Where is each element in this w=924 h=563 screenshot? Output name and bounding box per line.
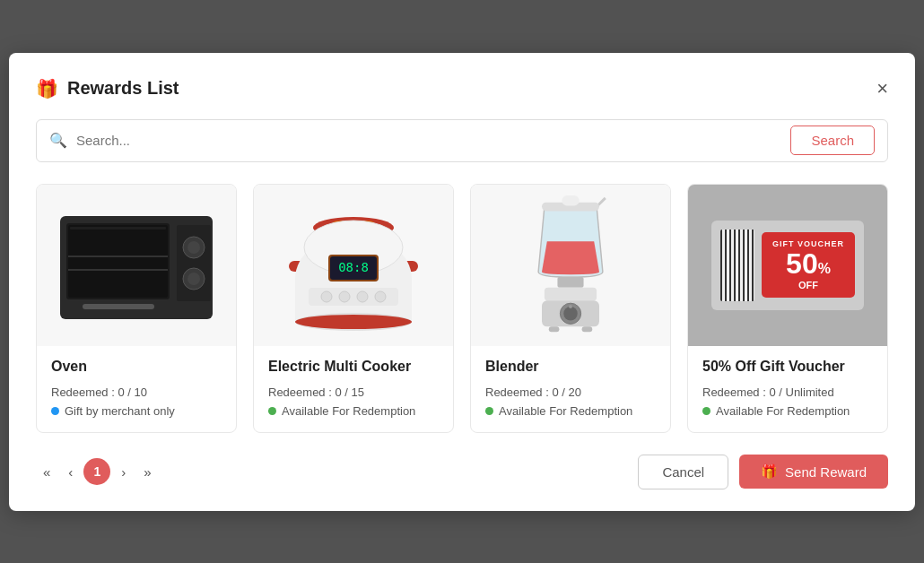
card-blender-redeemed: Redeemed : 0 / 20 <box>485 385 656 399</box>
modal-title: 🎁 Rewards List <box>36 78 179 100</box>
page-prev-button[interactable]: ‹ <box>61 461 80 483</box>
svg-rect-5 <box>83 304 154 309</box>
svg-rect-33 <box>545 287 597 300</box>
card-voucher-status: Available For Redemption <box>702 404 873 418</box>
cards-grid: Oven Redeemed : 0 / 10 Gift by merchant … <box>36 184 888 433</box>
modal-header: 🎁 Rewards List × <box>36 78 888 100</box>
search-button[interactable]: Search <box>790 126 875 155</box>
svg-point-36 <box>563 307 578 321</box>
footer-buttons: Cancel 🎁 Send Reward <box>638 455 888 489</box>
card-oven-status: Gift by merchant only <box>51 404 222 418</box>
card-voucher-status-text: Available For Redemption <box>716 404 850 418</box>
card-oven-title: Oven <box>51 359 222 375</box>
card-voucher[interactable]: GIFT VOUCHER 50% OFF 50% Off Gift Vouche… <box>687 184 888 433</box>
search-icon: 🔍 <box>49 132 67 149</box>
card-oven-redeemed: Redeemed : 0 / 10 <box>51 385 222 399</box>
page-first-button[interactable]: « <box>36 461 57 483</box>
svg-rect-32 <box>557 277 583 288</box>
card-cooker-status-text: Available For Redemption <box>282 404 415 418</box>
status-dot-green-3 <box>702 407 710 415</box>
svg-point-8 <box>187 241 200 254</box>
page-last-button[interactable]: » <box>136 461 158 483</box>
svg-point-25 <box>321 291 332 302</box>
svg-point-27 <box>357 291 368 302</box>
svg-point-29 <box>295 315 412 329</box>
card-voucher-redeemed: Redeemed : 0 / Unlimited <box>702 385 873 399</box>
pagination: « ‹ 1 › » <box>36 458 159 485</box>
card-voucher-image: GIFT VOUCHER 50% OFF <box>688 185 887 346</box>
svg-point-26 <box>339 291 350 302</box>
search-input[interactable] <box>76 133 790 148</box>
svg-point-28 <box>375 291 386 302</box>
gift-icon: 🎁 <box>36 78 58 100</box>
modal-overlay: 🎁 Rewards List × 🔍 Search <box>0 0 924 563</box>
page-next-button[interactable]: › <box>114 461 133 483</box>
svg-rect-38 <box>549 326 560 332</box>
card-cooker[interactable]: 08:8 Electric Multi Cooker Redeemed : 0 … <box>253 184 454 433</box>
gift-send-icon: 🎁 <box>761 463 778 480</box>
card-blender-body: Blender Redeemed : 0 / 20 Available For … <box>471 346 670 418</box>
svg-point-37 <box>569 305 572 308</box>
send-reward-button[interactable]: 🎁 Send Reward <box>739 455 888 489</box>
svg-rect-2 <box>68 225 168 298</box>
cancel-button[interactable]: Cancel <box>638 455 728 489</box>
card-blender-image <box>471 185 670 346</box>
card-cooker-status: Available For Redemption <box>268 404 439 418</box>
status-dot-green <box>268 407 276 415</box>
card-cooker-body: Electric Multi Cooker Redeemed : 0 / 15 … <box>254 346 453 418</box>
card-cooker-redeemed: Redeemed : 0 / 15 <box>268 385 439 399</box>
send-reward-label: Send Reward <box>785 464 867 480</box>
card-oven-status-text: Gift by merchant only <box>65 404 175 418</box>
card-oven-image <box>37 185 236 346</box>
card-cooker-image: 08:8 <box>254 185 453 346</box>
card-cooker-title: Electric Multi Cooker <box>268 359 439 375</box>
svg-rect-31 <box>562 195 579 205</box>
card-blender-status-text: Available For Redemption <box>499 404 632 418</box>
search-bar: 🔍 Search <box>36 119 888 162</box>
card-oven[interactable]: Oven Redeemed : 0 / 10 Gift by merchant … <box>36 184 237 433</box>
card-voucher-body: 50% Off Gift Voucher Redeemed : 0 / Unli… <box>688 346 887 418</box>
status-dot-green-2 <box>485 407 493 415</box>
modal-footer: « ‹ 1 › » Cancel 🎁 Send Reward <box>36 455 888 489</box>
svg-point-10 <box>187 273 200 285</box>
svg-rect-11 <box>70 227 166 230</box>
modal-title-text: Rewards List <box>67 78 179 99</box>
card-blender-status: Available For Redemption <box>485 404 656 418</box>
card-blender-title: Blender <box>485 359 656 375</box>
page-current[interactable]: 1 <box>83 458 110 485</box>
rewards-modal: 🎁 Rewards List × 🔍 Search <box>9 53 915 511</box>
card-oven-body: Oven Redeemed : 0 / 10 Gift by merchant … <box>37 346 236 418</box>
status-dot-blue <box>51 407 59 415</box>
close-button[interactable]: × <box>876 79 888 99</box>
svg-text:08:8: 08:8 <box>338 260 369 274</box>
card-voucher-title: 50% Off Gift Voucher <box>702 359 873 375</box>
card-blender[interactable]: Blender Redeemed : 0 / 20 Available For … <box>470 184 671 433</box>
svg-rect-39 <box>582 326 593 332</box>
